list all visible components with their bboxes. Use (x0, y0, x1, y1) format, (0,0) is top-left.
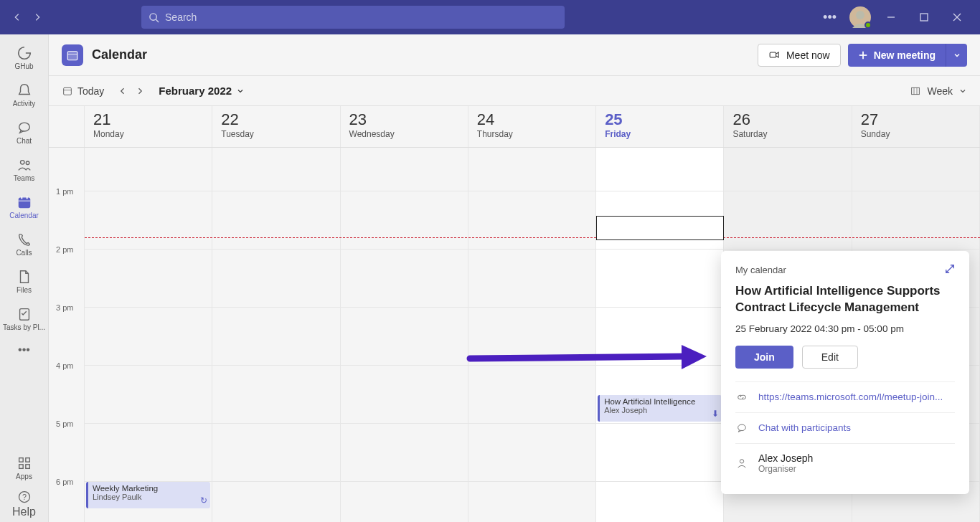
meet-now-button[interactable]: Meet now (758, 44, 841, 67)
day-header-sat[interactable]: 26Saturday (724, 106, 852, 147)
plus-icon (858, 50, 868, 60)
day-col-thu[interactable] (468, 148, 596, 522)
meet-now-label: Meet now (786, 49, 830, 61)
rail-label: Calls (16, 249, 32, 257)
calendar-name-label: My calendar (735, 265, 786, 275)
search-icon (149, 12, 159, 23)
nav-forward-button[interactable] (27, 7, 47, 27)
time-label: 2 pm (49, 245, 84, 254)
meeting-title: How Artificial Intelligence Supports Con… (735, 283, 955, 316)
close-button[interactable] (944, 4, 970, 30)
title-bar: ••• (0, 0, 980, 34)
rail-help[interactable]: ? Help (0, 486, 49, 522)
event-weekly-marketing[interactable]: Weekly Marketing Lindsey Paulk ↻ (86, 482, 210, 508)
svg-point-8 (20, 160, 24, 164)
event-ai-meeting[interactable]: How Artificial Intelligence Alex Joseph … (598, 395, 722, 422)
day-header-thu[interactable]: 24Thursday (468, 106, 596, 147)
time-label: 4 pm (49, 361, 84, 370)
svg-rect-15 (19, 457, 23, 462)
svg-rect-29 (912, 87, 920, 94)
day-header-fri[interactable]: 25Friday (596, 106, 724, 147)
more-menu-button[interactable]: ••• (817, 10, 842, 25)
svg-point-9 (26, 161, 29, 164)
svg-line-34 (470, 356, 685, 359)
rail-apps[interactable]: Apps (0, 449, 49, 486)
svg-rect-18 (25, 464, 29, 468)
next-week-button[interactable] (131, 82, 149, 100)
search-input[interactable] (165, 11, 557, 23)
month-picker[interactable]: February 2022 (159, 85, 245, 97)
day-header-mon[interactable]: 21Monday (85, 106, 212, 147)
svg-rect-14 (19, 308, 29, 320)
chat-participants-link[interactable]: Chat with participants (758, 422, 851, 433)
day-header-row: 21Monday 22Tuesday 23Wednesday 24Thursda… (49, 106, 980, 148)
rail-activity[interactable]: Activity (0, 76, 49, 113)
time-label: 3 pm (49, 303, 84, 312)
new-meeting-dropdown[interactable] (946, 44, 967, 67)
rail-chat[interactable]: Chat (0, 113, 49, 151)
svg-point-2 (856, 11, 864, 19)
today-button[interactable]: Today (62, 85, 104, 97)
rail-ghub[interactable]: GHub (0, 39, 49, 76)
search-box[interactable] (141, 6, 565, 29)
svg-rect-21 (67, 51, 77, 60)
day-header-tue[interactable]: 22Tuesday (212, 106, 340, 147)
minimize-button[interactable] (878, 4, 904, 30)
time-label: 6 pm (49, 478, 84, 486)
rail-label: Teams (14, 174, 34, 182)
chat-participants-row[interactable]: Chat with participants (735, 412, 955, 443)
svg-text:?: ? (22, 493, 26, 501)
calendar-app-icon (62, 44, 83, 66)
organiser-row: Alex Joseph Organiser (735, 443, 955, 483)
svg-point-0 (150, 13, 156, 19)
meeting-link[interactable]: https://teams.microsoft.com/l/meetup-joi… (758, 392, 943, 402)
chat-icon (735, 422, 748, 435)
rail-more[interactable]: ••• (0, 337, 49, 363)
rail-tasks[interactable]: Tasks by Pl... (0, 300, 49, 337)
view-picker[interactable]: Week (910, 85, 967, 97)
join-button[interactable]: Join (735, 346, 793, 369)
svg-rect-17 (19, 464, 23, 468)
day-col-mon[interactable]: Weekly Marketing Lindsey Paulk ↻ (85, 148, 212, 522)
day-col-tue[interactable] (212, 148, 340, 522)
rail-label: GHub (14, 62, 33, 70)
calendar-toolbar: Today February 2022 Week (49, 76, 980, 106)
day-header-sun[interactable]: 27Sunday (852, 106, 980, 147)
svg-point-33 (740, 460, 743, 463)
svg-rect-27 (64, 87, 72, 95)
month-label: February 2022 (159, 85, 232, 97)
svg-rect-24 (770, 52, 776, 57)
time-label: 1 pm (49, 187, 84, 196)
new-meeting-button[interactable]: New meeting (848, 44, 946, 67)
rail-calls[interactable]: Calls (0, 225, 49, 262)
svg-rect-16 (25, 457, 29, 462)
chevron-down-icon (958, 87, 967, 95)
new-meeting-label: New meeting (874, 49, 936, 61)
today-label: Today (77, 85, 104, 97)
prev-week-button[interactable] (114, 82, 131, 100)
link-icon (735, 391, 748, 404)
rail-files[interactable]: Files (0, 262, 49, 300)
current-time-indicator (85, 237, 980, 238)
rail-teams[interactable]: Teams (0, 151, 49, 188)
svg-rect-4 (920, 14, 928, 21)
day-col-fri[interactable]: How Artificial Intelligence Alex Joseph … (596, 148, 724, 522)
svg-point-32 (738, 424, 746, 431)
rail-label: Tasks by Pl... (3, 323, 45, 331)
meeting-details-popover: My calendar How Artificial Intelligence … (721, 251, 969, 494)
rail-label: Activity (13, 100, 36, 108)
edit-button[interactable]: Edit (802, 346, 858, 369)
nav-back-button[interactable] (7, 7, 27, 27)
day-header-wed[interactable]: 23Wednesday (341, 106, 468, 147)
svg-line-1 (156, 19, 159, 22)
profile-avatar[interactable] (849, 6, 871, 28)
meeting-link-row[interactable]: https://teams.microsoft.com/l/meetup-joi… (735, 381, 955, 412)
rail-calendar[interactable]: Calendar (0, 188, 49, 225)
maximize-button[interactable] (911, 4, 937, 30)
time-gutter: 1 pm 2 pm 3 pm 4 pm 5 pm 6 pm (49, 148, 85, 522)
expand-icon[interactable] (945, 264, 955, 276)
selected-time-slot[interactable] (596, 216, 724, 240)
rail-label: Apps (16, 473, 32, 480)
rail-label: Files (17, 286, 32, 294)
day-col-wed[interactable] (341, 148, 468, 522)
